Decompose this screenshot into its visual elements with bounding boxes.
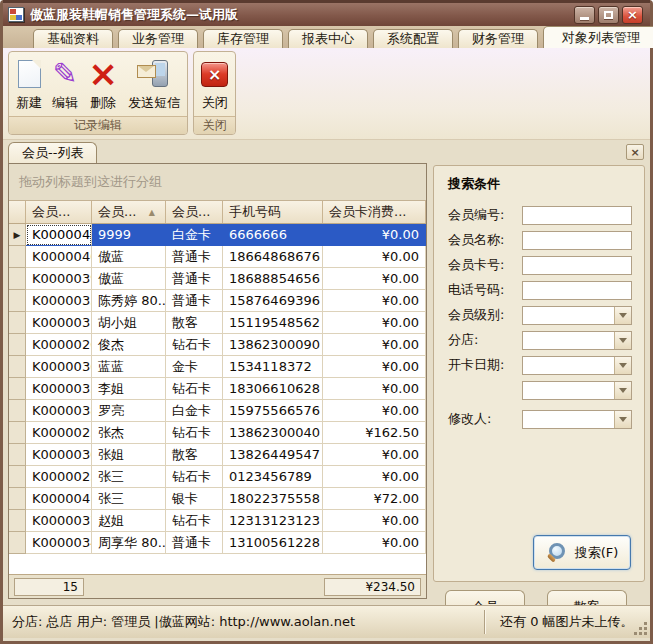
- grid-cell[interactable]: 13862300090: [223, 334, 323, 356]
- grid-cell[interactable]: ¥0.00: [323, 246, 426, 268]
- row-indicator-cell[interactable]: [9, 356, 26, 378]
- table-row[interactable]: K0000026俊杰钻石卡13862300090¥0.00: [9, 334, 426, 356]
- grid-cell[interactable]: ¥162.50: [323, 422, 426, 444]
- ribbon-tab-1[interactable]: 业务管理: [118, 29, 198, 48]
- grid-cell[interactable]: 18688854656: [223, 268, 323, 290]
- grid-cell[interactable]: 金卡: [166, 356, 223, 378]
- text-input[interactable]: [522, 256, 632, 275]
- grid-cell[interactable]: 15876469396: [223, 290, 323, 312]
- minimize-button[interactable]: [574, 6, 595, 24]
- grid-cell[interactable]: K0000036: [26, 356, 92, 378]
- grid-cell[interactable]: 银卡: [166, 488, 223, 510]
- table-row[interactable]: K0000040傲蓝普通卡18664868676¥0.00: [9, 246, 426, 268]
- row-indicator-cell[interactable]: [9, 312, 26, 334]
- column-header-member-level[interactable]: 会员...: [166, 201, 223, 223]
- grid-cell[interactable]: ¥0.00: [323, 466, 426, 488]
- row-indicator-cell[interactable]: ▶: [9, 224, 26, 246]
- row-indicator-cell[interactable]: [9, 378, 26, 400]
- row-indicator-cell[interactable]: [9, 246, 26, 268]
- grid-cell[interactable]: 钻石卡: [166, 466, 223, 488]
- grid-cell[interactable]: 李姐: [92, 378, 166, 400]
- grid-cell[interactable]: 18306610628: [223, 378, 323, 400]
- chevron-down-icon[interactable]: [614, 357, 631, 374]
- column-header-card-consume[interactable]: 会员卡消费...: [323, 201, 426, 223]
- grid-cell[interactable]: K0000039: [26, 268, 92, 290]
- delete-button[interactable]: × 删除: [83, 53, 123, 116]
- table-row[interactable]: ▶K00000429999白金卡6666666¥0.00: [9, 224, 426, 246]
- ribbon-tab-3[interactable]: 报表中心: [288, 29, 368, 48]
- grid-cell[interactable]: 俊杰: [92, 334, 166, 356]
- maximize-button[interactable]: [598, 6, 619, 24]
- grid-cell[interactable]: 钻石卡: [166, 334, 223, 356]
- grid-cell[interactable]: 6666666: [223, 224, 323, 246]
- grid-cell[interactable]: 普通卡: [166, 246, 223, 268]
- grid-cell[interactable]: 12313123123: [223, 510, 323, 532]
- grid-cell[interactable]: 15975566576: [223, 400, 323, 422]
- table-row[interactable]: K0000041张三银卡18022375558¥72.00: [9, 488, 426, 510]
- grid-cell[interactable]: 散客: [166, 444, 223, 466]
- grid-cell[interactable]: 0123456789: [223, 466, 323, 488]
- grid-cell[interactable]: K0000026: [26, 334, 92, 356]
- grid-cell[interactable]: ¥0.00: [323, 312, 426, 334]
- ribbon-tab-5[interactable]: 财务管理: [458, 29, 538, 48]
- row-indicator-cell[interactable]: [9, 400, 26, 422]
- row-indicator-cell[interactable]: [9, 268, 26, 290]
- tab-member-list[interactable]: 会员--列表: [8, 142, 97, 163]
- chevron-down-icon[interactable]: [614, 307, 631, 324]
- row-indicator-cell[interactable]: [9, 532, 26, 554]
- grid-cell[interactable]: K0000041: [26, 488, 92, 510]
- row-indicator-cell[interactable]: [9, 488, 26, 510]
- ribbon-tab-0[interactable]: 基础资料: [33, 29, 113, 48]
- new-button[interactable]: 新建: [11, 53, 47, 116]
- chevron-down-icon[interactable]: [614, 411, 631, 428]
- grid-cell[interactable]: 张杰: [92, 422, 166, 444]
- resize-grip-icon[interactable]: [634, 622, 647, 635]
- table-row[interactable]: K0000036蓝蓝金卡1534118372¥0.00: [9, 356, 426, 378]
- grid-cell[interactable]: 1534118372: [223, 356, 323, 378]
- grid-cell[interactable]: ¥0.00: [323, 532, 426, 554]
- grid-cell[interactable]: K0000033: [26, 290, 92, 312]
- grid-cell[interactable]: ¥0.00: [323, 378, 426, 400]
- grid-cell[interactable]: 张三: [92, 466, 166, 488]
- chevron-down-icon[interactable]: [614, 382, 631, 399]
- grid-cell[interactable]: 张三: [92, 488, 166, 510]
- table-row[interactable]: K0000038罗亮白金卡15975566576¥0.00: [9, 400, 426, 422]
- grid-cell[interactable]: K0000040: [26, 246, 92, 268]
- bottom-button-member[interactable]: 会员: [445, 590, 525, 605]
- grid-cell[interactable]: K0000031: [26, 312, 92, 334]
- grid-cell[interactable]: 普通卡: [166, 290, 223, 312]
- row-indicator-cell[interactable]: [9, 444, 26, 466]
- table-row[interactable]: K0000023张三钻石卡0123456789¥0.00: [9, 466, 426, 488]
- grid-cell[interactable]: K0000030: [26, 444, 92, 466]
- row-indicator-cell[interactable]: [9, 510, 26, 532]
- grid-cell[interactable]: 13862300040: [223, 422, 323, 444]
- ribbon-tab-2[interactable]: 库存管理: [203, 29, 283, 48]
- grid-cell[interactable]: 傲蓝: [92, 268, 166, 290]
- close-button[interactable]: ×: [622, 6, 643, 24]
- table-row[interactable]: K0000033陈秀婷 80...普通卡15876469396¥0.00: [9, 290, 426, 312]
- combo-input[interactable]: [522, 331, 632, 350]
- text-input[interactable]: [522, 206, 632, 225]
- grid-cell[interactable]: 胡小姐: [92, 312, 166, 334]
- table-row[interactable]: K0000039傲蓝普通卡18688854656¥0.00: [9, 268, 426, 290]
- row-indicator-cell[interactable]: [9, 334, 26, 356]
- grid-cell[interactable]: 钻石卡: [166, 378, 223, 400]
- grid-cell[interactable]: 钻石卡: [166, 510, 223, 532]
- grid-cell[interactable]: 傲蓝: [92, 246, 166, 268]
- row-indicator-cell[interactable]: [9, 466, 26, 488]
- grid-cell[interactable]: K0000034: [26, 532, 92, 554]
- grid-cell[interactable]: 罗亮: [92, 400, 166, 422]
- grid-cell[interactable]: ¥72.00: [323, 488, 426, 510]
- grid-cell[interactable]: ¥0.00: [323, 224, 426, 246]
- group-by-panel[interactable]: 拖动列标题到这进行分组: [9, 164, 426, 201]
- send-sms-button[interactable]: 发送短信: [123, 53, 185, 116]
- grid-cell[interactable]: 普通卡: [166, 268, 223, 290]
- table-row[interactable]: K0000037赵姐钻石卡12313123123¥0.00: [9, 510, 426, 532]
- text-input[interactable]: [522, 281, 632, 300]
- grid-cell[interactable]: K0000023: [26, 466, 92, 488]
- grid-cell[interactable]: 赵姐: [92, 510, 166, 532]
- table-row[interactable]: K0000035李姐钻石卡18306610628¥0.00: [9, 378, 426, 400]
- grid-cell[interactable]: ¥0.00: [323, 444, 426, 466]
- column-header-member-code[interactable]: 会员...: [26, 201, 92, 223]
- grid-cell[interactable]: ¥0.00: [323, 400, 426, 422]
